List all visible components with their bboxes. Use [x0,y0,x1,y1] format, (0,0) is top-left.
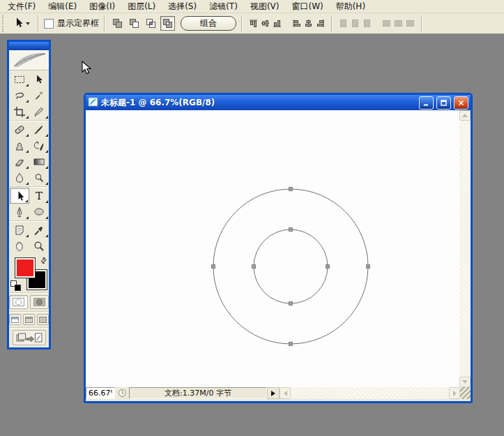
anchor-point[interactable] [289,343,293,346]
status-popout-button[interactable] [267,387,280,399]
menu-item-5[interactable]: 滤镜(T) [203,0,244,13]
scroll-right-button[interactable] [449,387,460,399]
menu-item-0[interactable]: 文件(F) [1,0,42,13]
scroll-down-button[interactable] [459,377,471,387]
combine-button[interactable]: 组合 [181,16,236,31]
path-selection-tool[interactable] [10,188,29,204]
menu-item-4[interactable]: 选择(S) [162,0,203,13]
distribute-right-edges-button[interactable] [404,17,416,29]
brush-tool[interactable] [29,121,49,137]
align-left-edges-button[interactable] [291,17,303,29]
align-horizontal-centers-button[interactable] [303,17,314,29]
anchor-point[interactable] [289,302,293,306]
distribute-horizontal-centers-button[interactable] [392,17,404,29]
ellipse-path[interactable] [213,189,368,344]
dodge-tool[interactable] [29,170,49,186]
maximize-button[interactable] [436,96,451,110]
jump-to-imageready-button[interactable] [13,330,46,345]
menu-item-6[interactable]: 视图(V) [244,0,286,13]
canvas[interactable] [86,110,459,387]
align-vertical-centers-button[interactable] [259,17,271,29]
options-bar-grip[interactable] [2,15,7,32]
history-brush-tool[interactable] [29,137,49,153]
exclude-shape-area-button[interactable] [160,16,175,31]
document-titlebar[interactable]: 未标题-1 @ 66.7%(RGB/8) [86,95,471,110]
distribute-left-edges-button[interactable] [381,17,392,29]
subtract-shape-area-button[interactable] [127,16,142,31]
intersect-shape-area-button[interactable] [144,16,158,31]
standard-mode-button[interactable] [9,295,28,309]
menu-item-1[interactable]: 编辑(E) [42,0,83,13]
eraser-tool[interactable] [10,153,29,170]
blur-tool[interactable] [10,170,29,186]
window-resize-grip[interactable] [460,387,471,399]
scroll-down-icon [462,380,468,384]
document-window: 未标题-1 @ 66.7%(RGB/8) 文档:1.3 [84,93,473,403]
anchor-point[interactable] [367,265,370,269]
distribute-top-edges-button[interactable] [337,17,349,29]
shape-combine-group [110,16,175,31]
align-bottom-edges-button[interactable] [271,17,283,29]
rectangular-marquee-tool[interactable] [10,71,29,87]
distribute-bottom-edges-button[interactable] [361,17,373,29]
horizontal-scroll-track[interactable] [291,387,449,399]
anchor-point[interactable] [252,265,256,269]
pen-tool[interactable] [10,204,29,220]
standard-screen-mode-button[interactable] [9,314,21,325]
add-shape-area-button[interactable] [110,16,125,31]
lasso-tool[interactable] [10,87,29,103]
toolbox-titlebar[interactable] [9,42,49,50]
anchor-point[interactable] [289,188,293,191]
notes-tool[interactable] [10,222,29,238]
anchor-point[interactable] [326,265,330,269]
path-selection-arrow-icon [13,17,24,31]
align-right-edges-button[interactable] [314,17,326,29]
magic-wand-tool[interactable] [29,87,49,103]
timer-icon[interactable] [115,387,129,399]
ellipse-shape-tool[interactable] [29,204,49,220]
tool-group-3 [9,221,49,255]
close-button[interactable] [454,96,468,110]
hand-tool[interactable] [10,238,29,254]
ellipse-path[interactable] [254,230,328,303]
horizontal-scrollbar[interactable] [280,387,460,399]
zoom-tool[interactable] [29,238,49,254]
menu-item-8[interactable]: 帮助(H) [330,0,372,13]
eyedropper-tool[interactable] [29,222,49,238]
scroll-up-button[interactable] [459,110,471,121]
menu-item-2[interactable]: 图像(I) [83,0,121,13]
minimize-button[interactable] [419,96,434,110]
quick-mask-mode-button[interactable] [30,295,49,309]
distribute-vertical-centers-button[interactable] [349,17,361,29]
scroll-left-button[interactable] [280,387,291,399]
anchor-point[interactable] [212,265,215,269]
clone-stamp-tool[interactable] [10,137,29,153]
swap-colors-icon[interactable]: ⇄ [38,255,49,266]
separator [421,15,422,32]
menu-item-7[interactable]: 窗口(W) [285,0,329,13]
flyout-triangle-icon [26,234,29,237]
gradient-tool[interactable] [29,153,49,170]
screen-mode-row [9,312,49,328]
zoom-level-field[interactable] [86,387,115,399]
menu-item-3[interactable]: 图层(L) [121,0,162,13]
show-bounding-box-checkbox[interactable] [44,19,54,29]
align-top-edges-button[interactable] [247,17,259,29]
vertical-scrollbar[interactable] [459,110,471,387]
default-colors-icon[interactable] [11,281,20,290]
fullscreen-with-menu-button[interactable] [23,314,35,325]
anchor-point[interactable] [289,228,293,232]
type-tool[interactable]: T [29,188,49,204]
healing-brush-tool[interactable] [10,121,29,137]
flyout-triangle-icon [45,216,48,219]
foreground-color-swatch[interactable] [15,258,35,278]
slice-tool[interactable] [29,103,49,119]
document-icon [88,96,98,110]
vertical-scroll-track[interactable] [459,121,471,377]
current-tool-preview[interactable] [10,17,33,31]
separator [331,15,333,32]
move-tool[interactable] [29,71,49,87]
crop-tool[interactable] [10,103,29,119]
toolbox-palette: T ⇄ [7,40,51,349]
fullscreen-mode-button[interactable] [37,314,49,325]
